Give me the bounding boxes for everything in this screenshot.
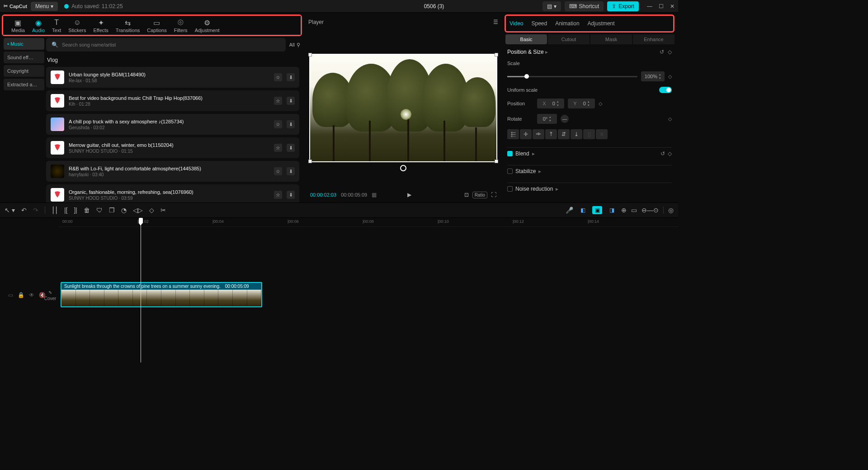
rotate-handle-icon[interactable] xyxy=(400,165,406,171)
favorite-button[interactable]: ☆ xyxy=(274,167,282,175)
download-button[interactable]: ⬇ xyxy=(287,97,295,105)
favorite-button[interactable]: ☆ xyxy=(274,97,282,105)
mic-button[interactable]: 🎤 xyxy=(566,207,573,214)
timeline[interactable]: 00:00|00:02|00:04|00:06|00:08|00:10|00:1… xyxy=(0,218,678,367)
layout-button[interactable]: ▤ ▾ xyxy=(542,1,561,11)
noise-checkbox[interactable] xyxy=(507,186,513,192)
keyframe-icon[interactable]: ◇ xyxy=(599,101,602,107)
inspector-tab-adjustment[interactable]: Adjustment xyxy=(588,20,615,27)
snap-1-button[interactable]: ◧ xyxy=(578,206,588,214)
trim-right-button[interactable]: ]| xyxy=(74,207,77,214)
tool-tab-media[interactable]: ▣Media xyxy=(8,19,28,33)
cover-button[interactable]: ✎ Cover xyxy=(43,290,57,301)
crop-button[interactable]: ✂ xyxy=(160,207,166,214)
snap-3-button[interactable]: ◨ xyxy=(607,206,617,214)
sub-tab-enhance[interactable]: Enhance xyxy=(633,34,675,44)
inspector-tab-speed[interactable]: Speed xyxy=(531,20,547,27)
zoom-to-button[interactable]: ⊕ xyxy=(621,207,627,214)
rotate-reset-icon[interactable]: — xyxy=(561,115,569,123)
mirror-button[interactable]: ◁▷ xyxy=(133,207,143,214)
song-item[interactable]: Organic, fashionable, morning, refreshin… xyxy=(46,184,299,202)
export-button[interactable]: ⇪ Export xyxy=(607,1,639,11)
favorite-button[interactable]: ☆ xyxy=(274,73,282,81)
trim-left-button[interactable]: |[ xyxy=(64,207,68,214)
align-center-v-button[interactable]: ⇵ xyxy=(558,129,570,139)
delete-button[interactable]: 🗑 xyxy=(84,207,90,214)
video-clip[interactable]: Sunlight breaks through the crowns of pi… xyxy=(61,282,262,307)
shortcut-button[interactable]: ⌨ Shortcut xyxy=(565,1,604,11)
keyframe-icon[interactable]: ◇ xyxy=(668,150,672,157)
copy-button[interactable]: ❐ xyxy=(109,207,115,214)
preview-mode-button[interactable]: ▭ xyxy=(631,207,637,214)
visibility-icon[interactable]: 👁 xyxy=(29,292,34,298)
song-item[interactable]: Urban lounge style BGM(1148490)Re-lax · … xyxy=(46,67,299,88)
zoom-out-button[interactable]: ⊖—⊙ xyxy=(642,207,659,214)
sub-tab-cutout[interactable]: Cutout xyxy=(548,34,590,44)
track-toggle-icon[interactable]: ▭ xyxy=(8,292,13,298)
category-music[interactable]: • Music xyxy=(4,38,44,50)
tool-tab-effects[interactable]: ✦Effects xyxy=(90,19,112,33)
play-button[interactable]: ▶ xyxy=(403,189,415,201)
reset-icon[interactable]: ↺ xyxy=(660,49,664,55)
scale-slider[interactable] xyxy=(507,76,637,77)
fit-button[interactable]: ◎ xyxy=(668,207,674,214)
mark-button[interactable]: 🛡 xyxy=(96,207,103,214)
lock-icon[interactable]: 🔒 xyxy=(18,292,24,298)
uniform-scale-toggle[interactable] xyxy=(659,87,672,93)
align-right-button[interactable]: ⬲ xyxy=(533,129,544,139)
quality-icon[interactable]: ▦ xyxy=(372,192,377,198)
undo-button[interactable]: ↶ xyxy=(21,207,27,214)
redo-button[interactable]: ↷ xyxy=(33,207,38,214)
align-top-button[interactable]: ⤒ xyxy=(545,129,557,139)
category-copyright[interactable]: Copyright xyxy=(4,65,44,77)
split-button[interactable]: ⎮⎮ xyxy=(52,207,58,214)
fullscreen-icon[interactable]: ⛶ xyxy=(491,192,496,198)
blend-checkbox[interactable] xyxy=(507,151,513,156)
scale-value[interactable]: 100%▴▾ xyxy=(641,71,665,81)
download-button[interactable]: ⬇ xyxy=(287,191,295,199)
download-button[interactable]: ⬇ xyxy=(287,120,295,128)
player-menu-icon[interactable]: ☰ xyxy=(493,19,498,25)
snap-2-button[interactable]: ▣ xyxy=(592,206,602,214)
tool-tab-transitions[interactable]: ⇆Transitions xyxy=(112,19,143,33)
align-left-button[interactable]: ⬱ xyxy=(507,129,519,139)
search-input[interactable] xyxy=(62,42,280,47)
close-button[interactable]: ✕ xyxy=(670,3,675,9)
song-item[interactable]: Merrow guitar, chill out, winter, emo b(… xyxy=(46,137,299,158)
tool-tab-stickers[interactable]: ☺Stickers xyxy=(65,19,90,33)
tool-tab-audio[interactable]: ◉Audio xyxy=(28,19,48,33)
rotate-button[interactable]: ◇ xyxy=(149,207,154,214)
maximize-button[interactable]: ☐ xyxy=(659,3,664,9)
tool-tab-filters[interactable]: ⦾Filters xyxy=(170,19,191,33)
favorite-button[interactable]: ☆ xyxy=(274,191,282,199)
tool-tab-text[interactable]: TText xyxy=(48,19,65,33)
rotate-value[interactable]: 0°▴▾ xyxy=(537,114,557,124)
tool-tab-captions[interactable]: ▭Captions xyxy=(143,19,170,33)
keyframe-icon[interactable]: ◇ xyxy=(668,116,672,122)
align-bottom-button[interactable]: ⤓ xyxy=(571,129,582,139)
download-button[interactable]: ⬇ xyxy=(287,167,295,175)
download-button[interactable]: ⬇ xyxy=(287,144,295,152)
inspector-tab-video[interactable]: Video xyxy=(509,20,523,27)
sub-tab-mask[interactable]: Mask xyxy=(590,34,632,44)
keyframe-icon[interactable]: ◇ xyxy=(668,49,672,55)
reset-icon[interactable]: ↺ xyxy=(660,150,665,157)
song-item[interactable]: Best for video background music Chill Tr… xyxy=(46,90,299,111)
keyframe-icon[interactable]: ◇ xyxy=(668,74,672,80)
sub-tab-basic[interactable]: Basic xyxy=(505,34,547,44)
preview-frame[interactable] xyxy=(309,54,497,162)
song-item[interactable]: A chill pop truck with a sexy atmosphere… xyxy=(46,114,299,135)
pointer-tool[interactable]: ↖ ▾ xyxy=(5,207,15,214)
favorite-button[interactable]: ☆ xyxy=(274,144,282,152)
search-box[interactable]: 🔍 xyxy=(46,38,286,52)
menu-button[interactable]: Menu ▾ xyxy=(31,2,58,11)
ratio-button[interactable]: Ratio xyxy=(472,192,487,198)
filter-all-button[interactable]: All ⚲ xyxy=(289,42,300,48)
stabilize-checkbox[interactable] xyxy=(507,169,513,174)
align-center-h-button[interactable]: ✛ xyxy=(520,129,532,139)
focus-icon[interactable]: ⊡ xyxy=(464,192,469,198)
category-extracteda[interactable]: Extracted a… xyxy=(4,79,44,90)
tool-tab-adjustment[interactable]: ⚙Adjustment xyxy=(191,19,223,33)
song-item[interactable]: R&B with Lo-Fi, light and comfortable at… xyxy=(46,161,299,182)
favorite-button[interactable]: ☆ xyxy=(274,120,282,128)
